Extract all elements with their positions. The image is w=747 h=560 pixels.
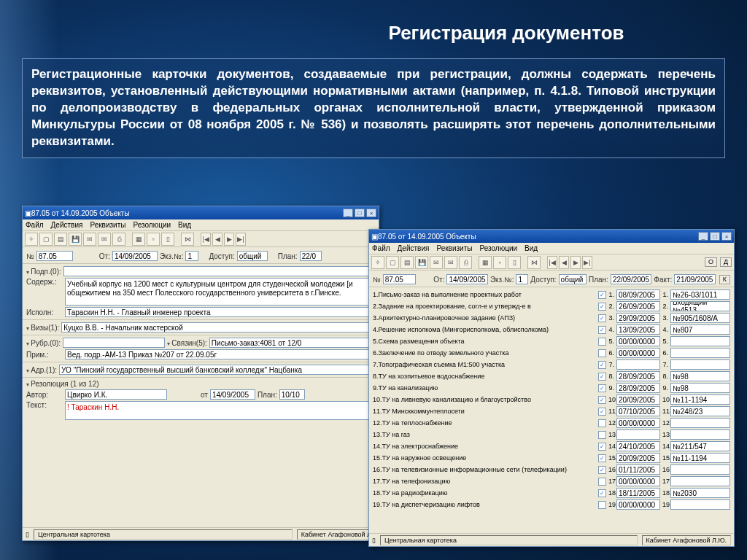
titlebar-1[interactable]: ▣ 87.05 от 14.09.2005 Объекты _ □ × <box>23 206 379 219</box>
tool-card-icon[interactable]: ▤ <box>54 233 67 246</box>
tool-mail2-icon[interactable]: ✉ <box>444 256 457 269</box>
req-ref-input[interactable] <box>670 359 730 370</box>
rubr-label[interactable]: Рубр.(0): <box>26 339 61 347</box>
maximize-button[interactable]: □ <box>710 232 720 241</box>
req-checkbox[interactable]: ✓ <box>598 373 606 381</box>
tool-open-icon[interactable]: ▢ <box>386 256 399 269</box>
nav-prev-icon[interactable]: ◀ <box>212 233 222 246</box>
req-ref-input[interactable] <box>670 336 730 346</box>
rezol-label[interactable]: Резолюция (1 из 12) <box>26 380 99 388</box>
nav-last-icon[interactable]: ▶| <box>582 256 592 269</box>
req-checkbox[interactable]: ✓ <box>598 408 606 416</box>
req-checkbox[interactable]: ✓ <box>598 466 606 474</box>
req-ref-input[interactable] <box>670 499 730 510</box>
titlebar-2[interactable]: ▣ 87.05 от 14.09.2005 Объекты _ □ × <box>369 230 734 243</box>
req-ref-input[interactable]: №807 <box>670 324 730 335</box>
plan-input[interactable]: 22/09/2005 <box>611 274 651 284</box>
svyazin-label[interactable]: Связин(5): <box>167 339 207 347</box>
ekz-input[interactable]: 1 <box>516 274 528 284</box>
req-date-input[interactable] <box>616 429 660 440</box>
plan-input[interactable]: 22/0 <box>300 251 322 261</box>
num-input[interactable]: 87.05 <box>36 251 73 261</box>
menu-actions[interactable]: Действия <box>51 221 83 229</box>
req-ref-input[interactable]: №2030 <box>670 488 730 498</box>
podp-label[interactable]: Подп.(0): <box>26 268 61 276</box>
close-button[interactable]: × <box>721 232 732 241</box>
resdate-input[interactable]: 14/09/2005 <box>210 389 255 400</box>
tool-view-icon[interactable]: ▫ <box>493 256 506 269</box>
req-checkbox[interactable]: ✓ <box>598 314 606 322</box>
prim-input[interactable]: Вед. подр.-АМ-13 Приказ №207 от 22.09.05… <box>65 349 375 359</box>
date-input[interactable]: 14/09/2005 <box>446 274 487 284</box>
btn-o[interactable]: О <box>705 257 717 267</box>
btn-d[interactable]: Д <box>720 257 732 267</box>
tool-card-icon[interactable]: ▤ <box>400 256 414 269</box>
soderzh-textarea[interactable]: Учебный корпус на 1200 мест с культурным… <box>65 278 375 306</box>
maximize-button[interactable]: □ <box>355 209 365 217</box>
req-checkbox[interactable]: ✓ <box>598 489 606 497</box>
tool-attach-icon[interactable]: ▯ <box>508 256 521 269</box>
req-date-input[interactable]: 29/09/2005 <box>616 313 660 323</box>
tool-mail-icon[interactable]: ✉ <box>83 233 96 246</box>
menu-actions[interactable]: Действия <box>398 244 430 252</box>
tekst-textarea[interactable]: ! Тараскин Н.Н. <box>65 401 375 420</box>
req-checkbox[interactable]: ✓ <box>598 454 606 462</box>
req-checkbox[interactable] <box>598 431 606 439</box>
tool-new-icon[interactable]: ✧ <box>25 233 38 246</box>
num-input[interactable]: 87.05 <box>383 274 417 284</box>
tool-save-icon[interactable]: 💾 <box>415 256 428 269</box>
menu-requisites[interactable]: Реквизиты <box>436 244 472 252</box>
req-date-input[interactable]: 00/00/0000 <box>616 348 660 358</box>
tool-link-icon[interactable]: ⋈ <box>527 256 541 269</box>
req-checkbox[interactable]: ✓ <box>598 303 606 311</box>
req-ref-input[interactable]: №26-03/1011 <box>670 289 730 300</box>
req-checkbox[interactable] <box>598 478 606 486</box>
tool-prop-icon[interactable]: ▦ <box>479 256 492 269</box>
access-input[interactable]: общий <box>237 251 268 261</box>
menu-file[interactable]: Файл <box>372 244 390 252</box>
req-date-input[interactable]: 00/00/0000 <box>616 476 660 486</box>
req-date-input[interactable]: 20/09/2005 <box>616 394 660 405</box>
nav-last-icon[interactable]: ▶| <box>236 233 246 246</box>
req-ref-input[interactable]: №248/23 <box>670 406 730 416</box>
fakt-input[interactable]: 21/09/2005 <box>674 274 715 284</box>
req-ref-input[interactable]: №11-1194 <box>670 453 730 463</box>
tool-prop-icon[interactable]: ▦ <box>132 233 145 246</box>
req-checkbox[interactable]: ✓ <box>598 384 606 392</box>
req-date-input[interactable]: 28/09/2005 <box>616 371 660 381</box>
minimize-button[interactable]: _ <box>698 232 708 241</box>
menu-view[interactable]: Вид <box>525 244 538 252</box>
tool-print-icon[interactable]: ⎙ <box>459 256 472 269</box>
req-ref-input[interactable]: №98 <box>670 371 730 381</box>
menu-view[interactable]: Вид <box>178 221 191 229</box>
req-date-input[interactable]: 28/09/2005 <box>616 383 660 393</box>
req-date-input[interactable]: 24/10/2005 <box>616 441 660 451</box>
req-checkbox[interactable]: ✓ <box>598 443 606 451</box>
req-checkbox[interactable] <box>598 501 606 509</box>
tool-new-icon[interactable]: ✧ <box>371 256 384 269</box>
menu-file[interactable]: Файл <box>26 221 44 229</box>
tool-attach-icon[interactable]: ▯ <box>161 233 174 246</box>
nav-prev-icon[interactable]: ◀ <box>559 256 569 269</box>
close-button[interactable]: × <box>366 209 376 217</box>
req-ref-input[interactable]: №98 <box>670 383 730 393</box>
avtor-input[interactable]: Цвирко И.К. <box>65 389 167 400</box>
tool-save-icon[interactable]: 💾 <box>69 233 82 246</box>
req-ref-input[interactable] <box>670 418 730 428</box>
req-date-input[interactable] <box>616 359 660 370</box>
req-ref-input[interactable]: №211/547 <box>670 441 730 451</box>
tool-mail2-icon[interactable]: ✉ <box>98 233 111 246</box>
tool-view-icon[interactable]: ▫ <box>147 233 160 246</box>
resplan-input[interactable]: 10/10 <box>279 389 305 400</box>
req-date-input[interactable]: 07/10/2005 <box>616 406 660 416</box>
req-ref-input[interactable]: №905/1608/А <box>670 313 730 323</box>
tool-mail-icon[interactable]: ✉ <box>430 256 443 269</box>
ekz-input[interactable]: 1 <box>185 251 198 261</box>
nav-first-icon[interactable]: |◀ <box>547 256 557 269</box>
tool-link-icon[interactable]: ⋈ <box>181 233 194 246</box>
req-checkbox[interactable] <box>598 349 606 357</box>
req-date-input[interactable]: 00/00/0000 <box>616 418 660 428</box>
menu-requisites[interactable]: Реквизиты <box>90 221 125 229</box>
rubr-input[interactable] <box>63 338 165 348</box>
date-input[interactable]: 14/09/2005 <box>112 251 158 261</box>
